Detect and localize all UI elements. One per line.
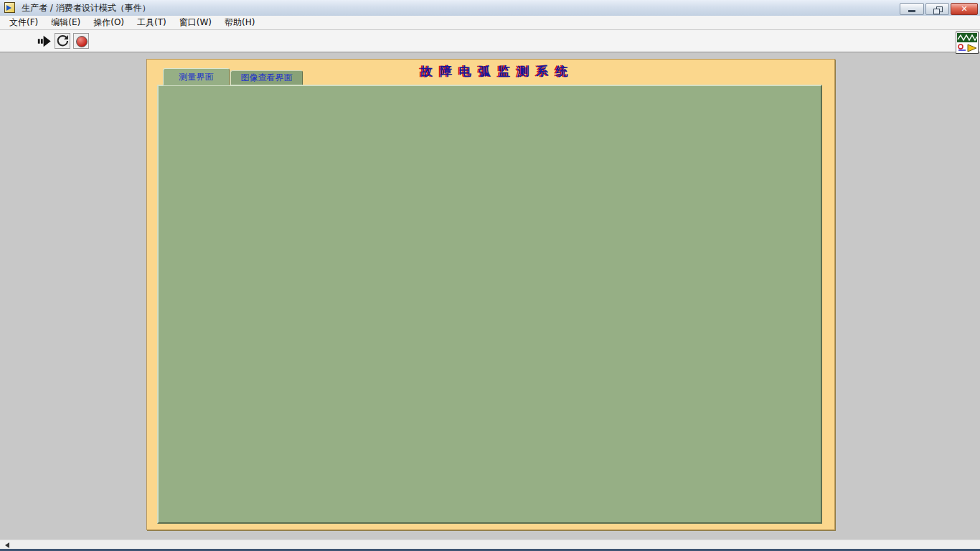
abort-icon bbox=[76, 36, 88, 47]
menubar: 文件(F)编辑(E)操作(O)工具(T)窗口(W)帮助(H) bbox=[0, 16, 980, 30]
run-continuous-icon bbox=[55, 34, 70, 48]
menu-item-2[interactable]: 操作(O) bbox=[87, 15, 131, 30]
page-title: 故 障 电 弧 监 测 系 统 bbox=[373, 63, 617, 80]
horizontal-scrollbar[interactable] bbox=[0, 540, 980, 550]
close-button[interactable]: ✕ bbox=[951, 3, 978, 15]
minimize-icon bbox=[908, 10, 915, 12]
app-icon bbox=[4, 2, 15, 13]
window-title: 生产者 / 消费者设计模式（事件） bbox=[22, 2, 151, 14]
tab-page bbox=[157, 85, 822, 524]
run-continuous-button[interactable] bbox=[55, 33, 70, 49]
toolbar bbox=[0, 30, 980, 52]
menu-item-0[interactable]: 文件(F) bbox=[3, 15, 44, 30]
menu-item-5[interactable]: 帮助(H) bbox=[218, 15, 261, 30]
titlebar: 生产者 / 消费者设计模式（事件） ✕ bbox=[0, 0, 980, 17]
vi-icon-graphic bbox=[956, 32, 978, 53]
restore-button[interactable] bbox=[925, 3, 949, 15]
vi-icon[interactable] bbox=[956, 32, 979, 54]
run-button[interactable] bbox=[37, 33, 52, 49]
minimize-button[interactable] bbox=[900, 3, 924, 15]
scroll-left-icon bbox=[5, 542, 9, 548]
tab-image-view[interactable]: 图像查看界面 bbox=[230, 70, 303, 85]
menu-item-3[interactable]: 工具(T) bbox=[131, 15, 173, 30]
tab-measurement[interactable]: 测量界面 bbox=[163, 68, 230, 85]
abort-button[interactable] bbox=[73, 33, 89, 49]
menu-item-4[interactable]: 窗口(W) bbox=[173, 15, 218, 30]
labview-window: 生产者 / 消费者设计模式（事件） ✕ 文件(F)编辑(E)操作(O)工具(T)… bbox=[0, 0, 980, 551]
menu-item-1[interactable]: 编辑(E) bbox=[44, 15, 87, 30]
run-icon bbox=[37, 33, 52, 49]
